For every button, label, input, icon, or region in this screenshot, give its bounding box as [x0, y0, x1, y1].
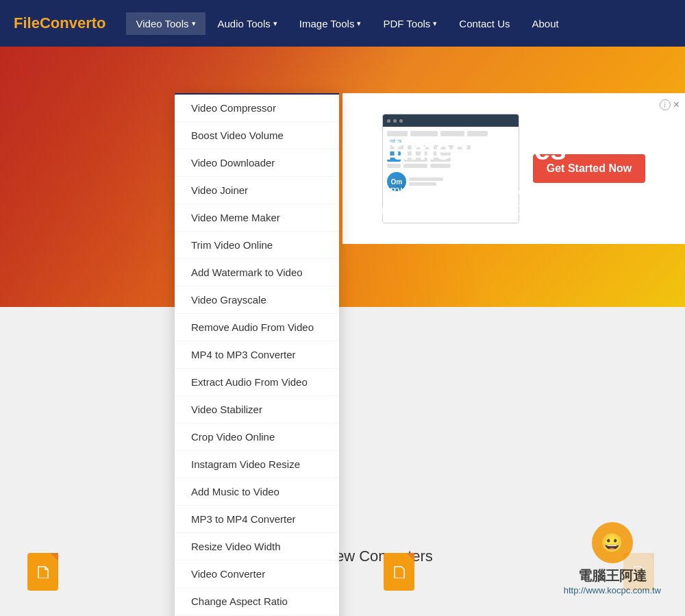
ad-close-button[interactable]: ×: [673, 99, 680, 111]
watermark-inner: 😀 電腦王阿達 http://www.kocpc.com.tw: [553, 515, 671, 602]
nav-about[interactable]: About: [523, 12, 569, 35]
dropdown-item-video-converter[interactable]: Video Converter: [175, 560, 339, 588]
nav-contact-us[interactable]: Contact Us: [449, 12, 519, 35]
dropdown-item-trim-video[interactable]: Trim Video Online: [175, 232, 339, 259]
brand-logo[interactable]: FileConverto: [14, 14, 105, 32]
nav-image-tools[interactable]: Image Tools ▾: [290, 12, 371, 35]
dropdown-item-extract-audio[interactable]: Extract Audio From Video: [175, 369, 339, 396]
nav-video-tools[interactable]: Video Tools ▾: [126, 12, 205, 35]
hero-content: Multimedia Files and edit multimedia fil…: [342, 133, 658, 221]
chevron-down-icon: ▾: [357, 19, 361, 28]
chevron-down-icon: ▾: [433, 19, 437, 28]
dropdown-item-resize-video-width[interactable]: Resize Video Width: [175, 533, 339, 560]
file-icon-1: [27, 553, 58, 591]
dropdown-item-crop-video[interactable]: Crop Video Online: [175, 423, 339, 451]
dropdown-item-remove-audio[interactable]: Remove Audio From Video: [175, 314, 339, 341]
brand-accent: o: [97, 14, 105, 32]
file-shape-1: [27, 553, 58, 591]
dropdown-item-video-grayscale[interactable]: Video Grayscale: [175, 286, 339, 314]
dropdown-item-add-music[interactable]: Add Music to Video: [175, 478, 339, 506]
dropdown-item-change-aspect-ratio[interactable]: Change Aspect Ratio: [175, 588, 339, 615]
nav-pdf-tools[interactable]: PDF Tools ▾: [373, 12, 447, 35]
video-tools-dropdown: Video Compressor Boost Video Volume Vide…: [175, 93, 339, 616]
dropdown-item-mp3-to-mp4[interactable]: MP3 to MP4 Converter: [175, 506, 339, 533]
hero-description: and edit multimedia files (MP4, MOV, PEG…: [342, 181, 658, 221]
hero-section: Multimedia Files and edit multimedia fil…: [0, 47, 685, 307]
dropdown-item-add-watermark[interactable]: Add Watermark to Video: [175, 259, 339, 286]
watermark-overlay: 😀 電腦王阿達 http://www.kocpc.com.tw: [553, 515, 671, 602]
watermark-title: 電腦王阿達: [564, 567, 661, 585]
dropdown-item-video-downloader[interactable]: Video Downloader: [175, 149, 339, 177]
nav-items: Video Tools ▾ Audio Tools ▾ Image Tools …: [126, 12, 671, 35]
chevron-down-icon: ▾: [192, 19, 196, 28]
ad-close-area: i ×: [660, 99, 680, 111]
watermark-url: http://www.kocpc.com.tw: [564, 585, 661, 595]
dropdown-item-video-stabilizer[interactable]: Video Stabilizer: [175, 396, 339, 423]
dropdown-item-boost-video-volume[interactable]: Boost Video Volume: [175, 122, 339, 149]
dropdown-item-instagram-resize[interactable]: Instagram Video Resize: [175, 451, 339, 478]
brand-text-main: FileConvert: [14, 14, 97, 32]
hero-title: Multimedia Files: [342, 133, 658, 167]
watermark-avatar: 😀: [592, 522, 633, 563]
main-content: Multimedia Files and edit multimedia fil…: [0, 47, 685, 616]
ad-info-icon[interactable]: i: [660, 99, 671, 110]
dropdown-item-video-joiner[interactable]: Video Joiner: [175, 177, 339, 204]
dropdown-item-video-meme-maker[interactable]: Video Meme Maker: [175, 204, 339, 232]
nav-audio-tools[interactable]: Audio Tools ▾: [208, 12, 287, 35]
file-shape-2: [384, 553, 414, 591]
navbar: FileConverto Video Tools ▾ Audio Tools ▾…: [0, 0, 685, 47]
dropdown-item-mp4-to-mp3[interactable]: MP4 to MP3 Converter: [175, 341, 339, 369]
dropdown-item-video-compressor[interactable]: Video Compressor: [175, 95, 339, 122]
file-icon-2: [384, 553, 414, 591]
chevron-down-icon: ▾: [273, 19, 277, 28]
